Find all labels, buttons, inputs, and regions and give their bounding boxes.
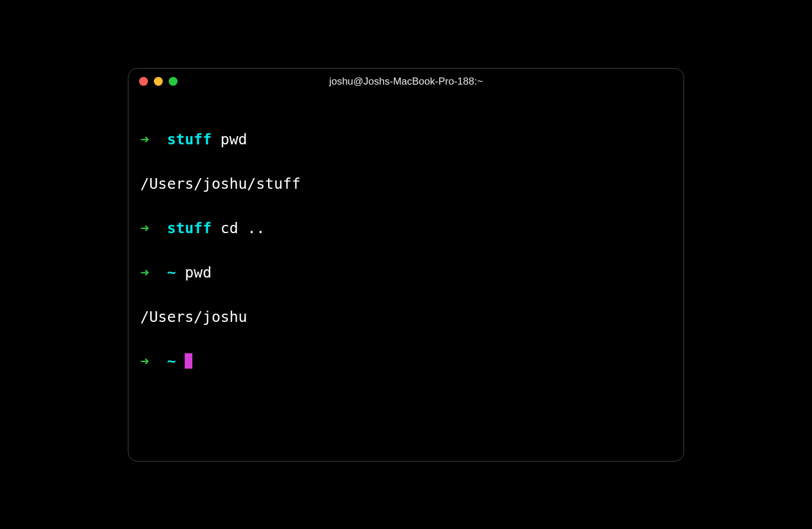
output-line: /Users/joshu bbox=[140, 306, 672, 328]
cursor-icon bbox=[185, 353, 192, 369]
command-text: pwd bbox=[185, 264, 211, 281]
command-text: pwd bbox=[221, 131, 247, 148]
prompt-arrow-icon: ➜ bbox=[140, 264, 149, 281]
prompt-line: ➜ stuff cd .. bbox=[140, 217, 672, 240]
prompt-dir: stuff bbox=[167, 131, 211, 148]
prompt-arrow-icon: ➜ bbox=[140, 220, 149, 237]
prompt-dir: stuff bbox=[167, 220, 211, 237]
titlebar: joshu@Joshs-MacBook-Pro-188:~ bbox=[128, 69, 684, 95]
prompt-dir: ~ bbox=[167, 264, 176, 281]
minimize-icon[interactable] bbox=[154, 77, 163, 86]
prompt-line: ➜ stuff pwd bbox=[140, 128, 672, 151]
prompt-line: ➜ ~ pwd bbox=[140, 262, 672, 284]
terminal-window: joshu@Joshs-MacBook-Pro-188:~ ➜ stuff pw… bbox=[128, 68, 684, 462]
maximize-icon[interactable] bbox=[169, 77, 178, 86]
terminal-body[interactable]: ➜ stuff pwd /Users/joshu/stuff ➜ stuff c… bbox=[128, 95, 684, 461]
output-line: /Users/joshu/stuff bbox=[140, 173, 672, 195]
window-title: joshu@Joshs-MacBook-Pro-188:~ bbox=[128, 76, 684, 88]
close-icon[interactable] bbox=[139, 77, 148, 86]
prompt-dir: ~ bbox=[167, 353, 176, 370]
prompt-line: ➜ ~ bbox=[140, 350, 672, 373]
traffic-lights bbox=[139, 77, 178, 86]
prompt-arrow-icon: ➜ bbox=[140, 353, 149, 370]
command-text: cd .. bbox=[221, 220, 265, 237]
prompt-arrow-icon: ➜ bbox=[140, 131, 149, 148]
